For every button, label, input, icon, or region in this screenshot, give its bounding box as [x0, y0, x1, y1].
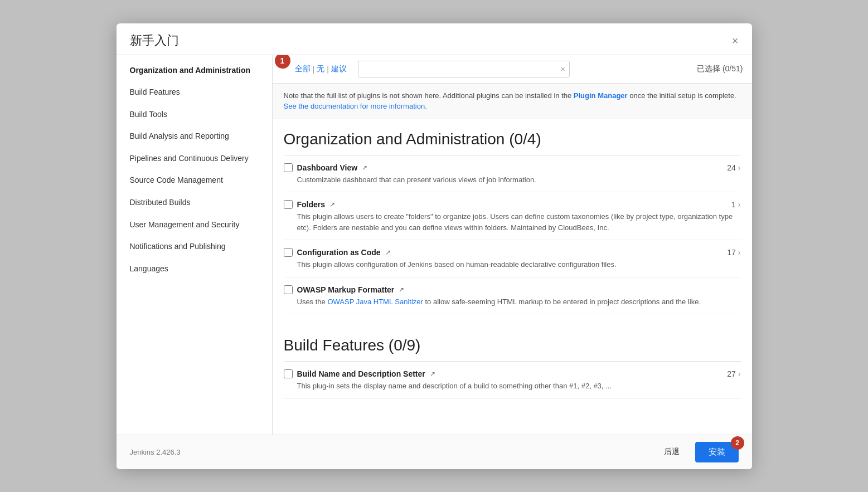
search-box: ×: [358, 61, 570, 77]
external-link-icon-dashboard-view: ↗: [362, 164, 367, 172]
step2-badge: 2: [731, 436, 744, 450]
external-link-icon-build-name-setter: ↗: [430, 370, 435, 378]
chevron-icon-folders: ›: [738, 200, 741, 209]
plugin-count-dashboard-view[interactable]: 24 ›: [727, 163, 740, 172]
filter-none[interactable]: 无: [317, 64, 324, 74]
plugin-desc-build-name-setter: This plug-in sets the display name and d…: [284, 381, 741, 392]
plugin-desc-config-as-code: This plugin allows configuration of Jenk…: [284, 259, 741, 270]
plugin-name-build-name-setter: Build Name and Description Setter: [297, 369, 425, 378]
install-button[interactable]: 安装 2: [695, 442, 739, 462]
doc-link[interactable]: See the documentation for more informati…: [284, 102, 427, 110]
close-button[interactable]: ×: [732, 35, 739, 46]
step1-badge: 1: [275, 55, 290, 69]
plugin-item-dashboard-view: Dashboard View ↗ 24 › Customizable dashb…: [284, 155, 741, 193]
selected-count: 已选择 (0/51): [697, 64, 743, 74]
footer-buttons: 后退 安装 2: [655, 442, 739, 462]
dialog-title: 新手入门: [130, 32, 179, 49]
filter-links: 全部 | 无 | 建议: [295, 64, 347, 74]
external-link-icon-folders: ↗: [329, 201, 335, 208]
plugin-header-build-name-setter: Build Name and Description Setter ↗ 27 ›: [284, 369, 741, 378]
sidebar-item-org-admin[interactable]: Organization and Administration: [117, 60, 272, 82]
search-clear-icon[interactable]: ×: [561, 65, 565, 74]
plugin-name-config-as-code: Configuration as Code: [297, 248, 381, 257]
external-link-icon-config-as-code: ↗: [385, 249, 391, 256]
toolbar: 1 全部 | 无 | 建议 × 已选择 (0/51): [273, 55, 752, 84]
plugin-checkbox-folders[interactable]: [284, 200, 293, 209]
plugin-count-folders[interactable]: 1 ›: [731, 200, 740, 209]
content-area: Note that the full list of plugins is no…: [273, 84, 752, 435]
sidebar-item-notifications[interactable]: Notifications and Publishing: [117, 236, 272, 258]
sidebar-item-user-mgmt[interactable]: User Management and Security: [117, 214, 272, 236]
search-input[interactable]: [358, 61, 570, 77]
dialog-body: Organization and Administration Build Fe…: [117, 55, 752, 435]
chevron-icon-build-name-setter: ›: [738, 369, 741, 378]
filter-suggested[interactable]: 建议: [331, 64, 347, 74]
footer-version: Jenkins 2.426.3: [130, 448, 181, 456]
plugin-name-dashboard-view: Dashboard View: [297, 163, 358, 172]
sidebar-item-pipelines[interactable]: Pipelines and Continuous Delivery: [117, 148, 272, 170]
sidebar: Organization and Administration Build Fe…: [117, 55, 273, 435]
sidebar-item-distributed[interactable]: Distributed Builds: [117, 192, 272, 214]
plugin-header-folders: Folders ↗ 1 ›: [284, 200, 741, 209]
sidebar-item-build-analysis[interactable]: Build Analysis and Reporting: [117, 125, 272, 148]
sidebar-item-source-code[interactable]: Source Code Management: [117, 169, 272, 192]
plugin-count-config-as-code[interactable]: 17 ›: [727, 248, 740, 257]
chevron-icon-dashboard-view: ›: [738, 163, 741, 172]
plugin-item-build-name-setter: Build Name and Description Setter ↗ 27 ›…: [284, 362, 741, 399]
plugin-checkbox-config-as-code[interactable]: [284, 248, 293, 257]
plugin-count-build-name-setter[interactable]: 27 ›: [727, 369, 740, 378]
main-dialog: 新手入门 × Organization and Administration B…: [117, 23, 752, 469]
dialog-footer: Jenkins 2.426.3 后退 安装 2: [117, 435, 752, 469]
filter-sep1: |: [313, 65, 315, 74]
notice-box: Note that the full list of plugins is no…: [273, 84, 752, 119]
plugin-header-owasp-markup: OWASP Markup Formatter ↗: [284, 285, 741, 294]
plugin-desc-owasp-markup: Uses the OWASP Java HTML Sanitizer to al…: [284, 296, 741, 308]
filter-all[interactable]: 全部: [295, 64, 311, 74]
plugin-item-config-as-code: Configuration as Code ↗ 17 › This plugin…: [284, 240, 741, 277]
sidebar-item-languages[interactable]: Languages: [117, 258, 272, 280]
plugin-name-folders: Folders: [297, 200, 326, 209]
build-features-section: Build Features (0/9) Build Name and Desc…: [273, 325, 752, 410]
plugin-item-owasp-markup: OWASP Markup Formatter ↗ Uses the OWASP …: [284, 277, 741, 315]
notice-text-before: Note that the full list of plugins is no…: [284, 91, 574, 100]
plugin-header-config-as-code: Configuration as Code ↗ 17 ›: [284, 248, 741, 257]
plugin-checkbox-owasp-markup[interactable]: [284, 285, 293, 294]
main-content: 1 全部 | 无 | 建议 × 已选择 (0/51) Note tha: [273, 55, 752, 435]
external-link-icon-owasp-markup: ↗: [399, 286, 404, 294]
notice-text-after: once the initial setup is complete.: [628, 91, 736, 100]
chevron-icon-config-as-code: ›: [738, 248, 741, 257]
plugin-desc-dashboard-view: Customizable dashboard that can present …: [284, 174, 741, 186]
back-button[interactable]: 后退: [655, 442, 688, 461]
sidebar-item-build-features[interactable]: Build Features: [117, 81, 272, 104]
owasp-sanitizer-link[interactable]: OWASP Java HTML Sanitizer: [327, 298, 423, 306]
plugin-name-owasp-markup: OWASP Markup Formatter: [297, 285, 395, 294]
filter-sep2: |: [327, 65, 329, 74]
plugin-manager-link[interactable]: Plugin Manager: [574, 91, 628, 100]
plugin-desc-folders: This plugin allows users to create "fold…: [284, 211, 741, 233]
plugin-checkbox-build-name-setter[interactable]: [284, 369, 293, 378]
plugin-checkbox-dashboard-view[interactable]: [284, 163, 293, 172]
org-admin-section-title: Organization and Administration (0/4): [284, 119, 741, 155]
dialog-header: 新手入门 ×: [117, 23, 752, 55]
plugin-header-dashboard-view: Dashboard View ↗ 24 ›: [284, 163, 741, 172]
build-features-section-title: Build Features (0/9): [284, 325, 741, 362]
sidebar-item-build-tools[interactable]: Build Tools: [117, 104, 272, 126]
org-admin-section: Organization and Administration (0/4) Da…: [273, 119, 752, 326]
plugin-item-folders: Folders ↗ 1 › This plugin allows users t…: [284, 192, 741, 240]
